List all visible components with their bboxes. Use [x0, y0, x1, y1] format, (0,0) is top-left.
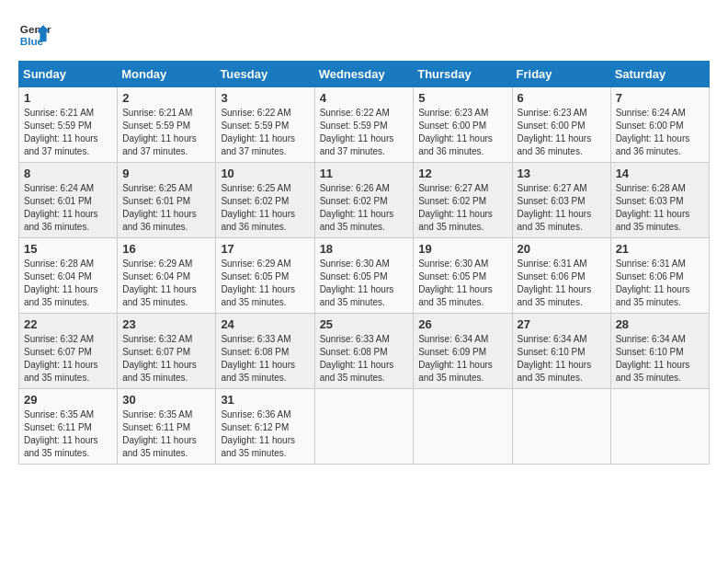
calendar-week-row: 15 Sunrise: 6:28 AMSunset: 6:04 PMDaylig… — [19, 238, 710, 314]
day-number: 23 — [122, 317, 210, 331]
header: General Blue — [18, 18, 710, 52]
cell-content: Sunrise: 6:30 AMSunset: 6:05 PMDaylight:… — [418, 259, 493, 307]
calendar-header-row: SundayMondayTuesdayWednesdayThursdayFrid… — [19, 62, 710, 87]
calendar-cell: 18 Sunrise: 6:30 AMSunset: 6:05 PMDaylig… — [314, 238, 414, 314]
calendar-cell — [414, 389, 512, 465]
calendar-cell: 24 Sunrise: 6:33 AMSunset: 6:08 PMDaylig… — [216, 314, 314, 389]
cell-content: Sunrise: 6:22 AMSunset: 5:59 PMDaylight:… — [221, 108, 295, 156]
cell-content: Sunrise: 6:23 AMSunset: 6:00 PMDaylight:… — [418, 108, 493, 156]
calendar-week-row: 29 Sunrise: 6:35 AMSunset: 6:11 PMDaylig… — [19, 389, 710, 465]
calendar-cell: 12 Sunrise: 6:27 AMSunset: 6:02 PMDaylig… — [414, 163, 512, 238]
calendar-cell: 1 Sunrise: 6:21 AMSunset: 5:59 PMDayligh… — [19, 87, 118, 163]
cell-content: Sunrise: 6:22 AMSunset: 5:59 PMDaylight:… — [320, 108, 394, 156]
day-number: 25 — [320, 317, 409, 331]
cell-content: Sunrise: 6:31 AMSunset: 6:06 PMDaylight:… — [616, 259, 690, 307]
calendar-cell: 17 Sunrise: 6:29 AMSunset: 6:05 PMDaylig… — [216, 238, 314, 314]
day-number: 27 — [518, 317, 606, 331]
calendar-cell: 19 Sunrise: 6:30 AMSunset: 6:05 PMDaylig… — [414, 238, 512, 314]
day-number: 20 — [518, 242, 606, 256]
cell-content: Sunrise: 6:34 AMSunset: 6:10 PMDaylight:… — [518, 334, 592, 383]
calendar-cell: 22 Sunrise: 6:32 AMSunset: 6:07 PMDaylig… — [19, 314, 118, 389]
cell-content: Sunrise: 6:30 AMSunset: 6:05 PMDaylight:… — [320, 259, 394, 307]
calendar-cell: 6 Sunrise: 6:23 AMSunset: 6:00 PMDayligh… — [512, 87, 610, 163]
calendar-cell: 14 Sunrise: 6:28 AMSunset: 6:03 PMDaylig… — [610, 163, 709, 238]
day-header-wednesday: Wednesday — [314, 62, 414, 87]
calendar-cell: 10 Sunrise: 6:25 AMSunset: 6:02 PMDaylig… — [216, 163, 314, 238]
cell-content: Sunrise: 6:27 AMSunset: 6:03 PMDaylight:… — [518, 183, 592, 232]
day-number: 11 — [320, 167, 409, 180]
calendar-cell: 11 Sunrise: 6:26 AMSunset: 6:02 PMDaylig… — [314, 163, 414, 238]
day-number: 31 — [221, 393, 309, 407]
calendar-week-row: 1 Sunrise: 6:21 AMSunset: 5:59 PMDayligh… — [19, 87, 710, 163]
calendar-cell — [610, 389, 709, 465]
day-number: 7 — [616, 91, 704, 105]
cell-content: Sunrise: 6:31 AMSunset: 6:06 PMDaylight:… — [518, 259, 592, 307]
calendar-cell: 28 Sunrise: 6:34 AMSunset: 6:10 PMDaylig… — [610, 314, 709, 389]
cell-content: Sunrise: 6:33 AMSunset: 6:08 PMDaylight:… — [221, 334, 295, 383]
calendar-cell: 29 Sunrise: 6:35 AMSunset: 6:11 PMDaylig… — [19, 389, 118, 465]
logo: General Blue — [18, 18, 51, 52]
cell-content: Sunrise: 6:23 AMSunset: 6:00 PMDaylight:… — [518, 108, 592, 156]
cell-content: Sunrise: 6:36 AMSunset: 6:12 PMDaylight:… — [221, 409, 295, 458]
calendar-cell: 15 Sunrise: 6:28 AMSunset: 6:04 PMDaylig… — [19, 238, 118, 314]
day-number: 10 — [221, 167, 309, 180]
calendar-cell: 2 Sunrise: 6:21 AMSunset: 5:59 PMDayligh… — [118, 87, 216, 163]
cell-content: Sunrise: 6:35 AMSunset: 6:11 PMDaylight:… — [122, 409, 197, 458]
cell-content: Sunrise: 6:21 AMSunset: 5:59 PMDaylight:… — [122, 108, 197, 156]
day-number: 28 — [616, 317, 704, 331]
day-header-thursday: Thursday — [414, 62, 512, 87]
calendar-cell: 3 Sunrise: 6:22 AMSunset: 5:59 PMDayligh… — [216, 87, 314, 163]
calendar-cell: 16 Sunrise: 6:29 AMSunset: 6:04 PMDaylig… — [118, 238, 216, 314]
cell-content: Sunrise: 6:27 AMSunset: 6:02 PMDaylight:… — [418, 183, 493, 232]
day-header-monday: Monday — [118, 62, 216, 87]
cell-content: Sunrise: 6:32 AMSunset: 6:07 PMDaylight:… — [24, 334, 98, 383]
calendar-week-row: 22 Sunrise: 6:32 AMSunset: 6:07 PMDaylig… — [19, 314, 710, 389]
calendar-cell: 26 Sunrise: 6:34 AMSunset: 6:09 PMDaylig… — [414, 314, 512, 389]
day-number: 21 — [616, 242, 704, 256]
calendar-cell: 5 Sunrise: 6:23 AMSunset: 6:00 PMDayligh… — [414, 87, 512, 163]
cell-content: Sunrise: 6:25 AMSunset: 6:01 PMDaylight:… — [122, 183, 197, 232]
calendar: SundayMondayTuesdayWednesdayThursdayFrid… — [18, 61, 710, 465]
cell-content: Sunrise: 6:28 AMSunset: 6:03 PMDaylight:… — [616, 183, 690, 232]
calendar-cell: 7 Sunrise: 6:24 AMSunset: 6:00 PMDayligh… — [610, 87, 709, 163]
calendar-cell — [512, 389, 610, 465]
cell-content: Sunrise: 6:34 AMSunset: 6:10 PMDaylight:… — [616, 334, 690, 383]
cell-content: Sunrise: 6:24 AMSunset: 6:00 PMDaylight:… — [616, 108, 690, 156]
day-number: 24 — [221, 317, 309, 331]
day-number: 18 — [320, 242, 409, 256]
cell-content: Sunrise: 6:29 AMSunset: 6:04 PMDaylight:… — [122, 259, 197, 307]
day-number: 6 — [518, 91, 606, 105]
calendar-cell: 30 Sunrise: 6:35 AMSunset: 6:11 PMDaylig… — [118, 389, 216, 465]
cell-content: Sunrise: 6:34 AMSunset: 6:09 PMDaylight:… — [418, 334, 493, 383]
cell-content: Sunrise: 6:21 AMSunset: 5:59 PMDaylight:… — [24, 108, 98, 156]
calendar-cell: 31 Sunrise: 6:36 AMSunset: 6:12 PMDaylig… — [216, 389, 314, 465]
calendar-cell: 27 Sunrise: 6:34 AMSunset: 6:10 PMDaylig… — [512, 314, 610, 389]
day-number: 16 — [122, 242, 210, 256]
day-number: 17 — [221, 242, 309, 256]
calendar-cell: 9 Sunrise: 6:25 AMSunset: 6:01 PMDayligh… — [118, 163, 216, 238]
day-number: 14 — [616, 167, 704, 180]
cell-content: Sunrise: 6:25 AMSunset: 6:02 PMDaylight:… — [221, 183, 295, 232]
day-header-tuesday: Tuesday — [216, 62, 314, 87]
day-number: 4 — [320, 91, 409, 105]
day-number: 29 — [24, 393, 112, 407]
calendar-cell — [314, 389, 414, 465]
cell-content: Sunrise: 6:24 AMSunset: 6:01 PMDaylight:… — [24, 183, 98, 232]
day-number: 3 — [221, 91, 309, 105]
cell-content: Sunrise: 6:35 AMSunset: 6:11 PMDaylight:… — [24, 409, 98, 458]
day-number: 26 — [418, 317, 506, 331]
cell-content: Sunrise: 6:29 AMSunset: 6:05 PMDaylight:… — [221, 259, 295, 307]
day-number: 12 — [418, 167, 506, 180]
logo-icon: General Blue — [18, 18, 51, 52]
day-number: 1 — [24, 91, 112, 105]
calendar-cell: 23 Sunrise: 6:32 AMSunset: 6:07 PMDaylig… — [118, 314, 216, 389]
day-header-friday: Friday — [512, 62, 610, 87]
calendar-cell: 13 Sunrise: 6:27 AMSunset: 6:03 PMDaylig… — [512, 163, 610, 238]
day-number: 30 — [122, 393, 210, 407]
day-number: 9 — [122, 167, 210, 180]
calendar-cell: 4 Sunrise: 6:22 AMSunset: 5:59 PMDayligh… — [314, 87, 414, 163]
day-number: 19 — [418, 242, 506, 256]
day-number: 2 — [122, 91, 210, 105]
calendar-cell: 25 Sunrise: 6:33 AMSunset: 6:08 PMDaylig… — [314, 314, 414, 389]
calendar-week-row: 8 Sunrise: 6:24 AMSunset: 6:01 PMDayligh… — [19, 163, 710, 238]
